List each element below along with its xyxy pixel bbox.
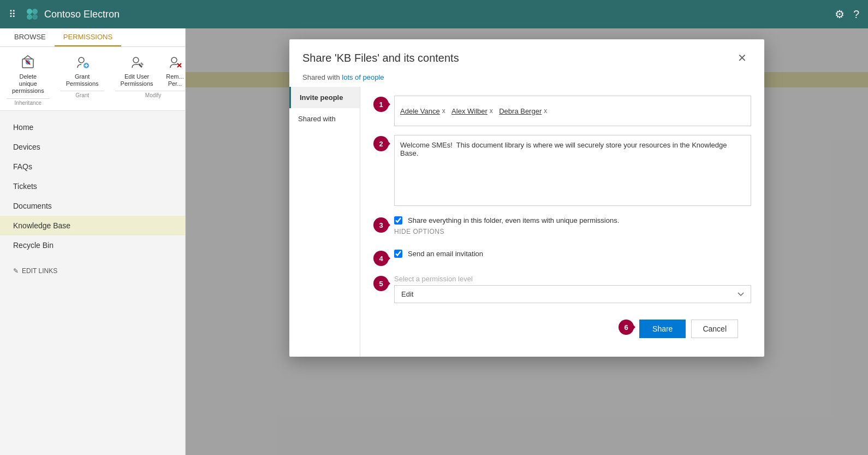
- person-tag-adele: Adele Vance x: [400, 107, 445, 115]
- edit-links[interactable]: ✎ EDIT LINKS: [0, 262, 185, 280]
- modal-sidebar-invite-people[interactable]: Invite people: [289, 87, 360, 108]
- separator-1: [448, 107, 449, 115]
- question-icon[interactable]: ?: [853, 8, 859, 21]
- svg-point-3: [32, 14, 38, 20]
- share-modal: Share 'KB Files' and its contents ✕ Shar…: [289, 39, 764, 357]
- top-bar-actions: ⚙ ?: [835, 8, 859, 21]
- sidebar-item-knowledge-base[interactable]: Knowledge Base: [0, 216, 185, 235]
- modal-header: Share 'KB Files' and its contents ✕: [289, 39, 764, 73]
- alex-wilber-remove[interactable]: x: [490, 107, 493, 115]
- adele-vance-name: Adele Vance: [400, 107, 440, 115]
- modal-title: Share 'KB Files' and its contents: [302, 52, 459, 64]
- tab-browse[interactable]: BROWSE: [5, 28, 55, 46]
- share-everything-row: Share everything in this folder, even it…: [394, 216, 751, 224]
- svg-point-7: [79, 57, 84, 63]
- top-bar: ⠿ Contoso Electron ⚙ ?: [0, 0, 868, 28]
- ribbon-group-grant: GrantPermissions Grant: [61, 51, 104, 98]
- sidebar-item-devices[interactable]: Devices: [0, 137, 185, 157]
- send-email-checkbox[interactable]: [394, 250, 402, 258]
- message-textarea[interactable]: [394, 135, 751, 206]
- app-logo: Contoso Electron: [25, 7, 120, 22]
- modal-subtitle: Shared with lots of people: [289, 73, 764, 87]
- remove-permissions-icon: [167, 54, 184, 71]
- gear-icon[interactable]: ⚙: [835, 8, 845, 21]
- modal-overlay: Share 'KB Files' and its contents ✕ Shar…: [186, 28, 868, 455]
- cancel-button[interactable]: Cancel: [691, 320, 738, 338]
- debra-berger-remove[interactable]: x: [544, 107, 547, 115]
- step3-bubble: 3: [373, 217, 389, 233]
- content-area: Share 'KB Files' and its contents ✕ Shar…: [186, 28, 868, 455]
- svg-point-1: [32, 9, 38, 14]
- grant-permissions-icon: [74, 54, 91, 71]
- ribbon-buttons: Delete uniquepermissions Inheritance: [0, 47, 185, 110]
- adele-vance-remove[interactable]: x: [442, 107, 445, 115]
- grant-group-label: Grant: [61, 91, 104, 98]
- step3-row: 3 Share everything in this folder, even …: [373, 216, 751, 241]
- delete-permissions-icon: [19, 54, 37, 71]
- step1-content: Adele Vance x Alex Wilber x: [394, 96, 751, 126]
- people-input[interactable]: Adele Vance x Alex Wilber x: [394, 96, 751, 126]
- lots-of-people-link[interactable]: lots of people: [342, 73, 384, 81]
- step6-bubble: 6: [619, 320, 634, 335]
- share-everything-label: Share everything in this folder, even it…: [408, 216, 619, 224]
- modal-sidebar: Invite people Shared with: [289, 87, 360, 357]
- svg-point-2: [27, 14, 32, 20]
- sidebar-item-recycle-bin[interactable]: Recycle Bin: [0, 235, 185, 255]
- remove-perms-label: Rem...Per...: [166, 73, 183, 87]
- modal-footer: 6 Share Cancel: [373, 312, 751, 346]
- app-grid-icon[interactable]: ⠿: [9, 8, 16, 20]
- delete-unique-permissions-button[interactable]: Delete uniquepermissions: [7, 51, 50, 97]
- sidebar-item-tickets[interactable]: Tickets: [0, 176, 185, 196]
- inheritance-group-label: Inheritance: [7, 98, 50, 106]
- app-name: Contoso Electron: [44, 9, 120, 20]
- step2-bubble: 2: [373, 136, 389, 151]
- person-tag-alex: Alex Wilber x: [451, 107, 493, 115]
- permission-label: Select a permission level: [394, 275, 751, 283]
- grant-permissions-label: GrantPermissions: [66, 73, 99, 87]
- debra-berger-name: Debra Berger: [499, 107, 542, 115]
- grant-permissions-button[interactable]: GrantPermissions: [61, 51, 104, 90]
- ribbon-tabs: BROWSE PERMISSIONS: [0, 28, 185, 47]
- step2-row: 2: [373, 135, 751, 208]
- edit-user-label: Edit UserPermissions: [121, 73, 153, 87]
- delete-unique-label: Delete uniquepermissions: [12, 73, 44, 95]
- main-layout: BROWSE PERMISSIONS: [0, 28, 868, 455]
- step5-content: Select a permission level Edit View Full…: [394, 275, 751, 303]
- sidebar-item-home[interactable]: Home: [0, 117, 185, 137]
- modal-main: 1 Adele Vance x Alex Wilber: [360, 87, 764, 357]
- alex-wilber-name: Alex Wilber: [451, 107, 487, 115]
- share-button[interactable]: Share: [639, 320, 686, 338]
- modify-group-label: Modify: [115, 91, 192, 98]
- step1-row: 1 Adele Vance x Alex Wilber: [373, 96, 751, 126]
- edit-links-label: EDIT LINKS: [22, 267, 57, 275]
- ribbon-group-inheritance: Delete uniquepermissions Inheritance: [7, 51, 50, 106]
- shared-with-prefix: Shared with: [302, 73, 342, 81]
- pencil-icon: ✎: [13, 267, 19, 275]
- ribbon-group-modify: Edit UserPermissions: [115, 51, 192, 98]
- share-everything-checkbox[interactable]: [394, 216, 402, 224]
- step4-row: 4 Send an email invitation: [373, 250, 751, 266]
- permission-select[interactable]: Edit View Full Control: [394, 285, 751, 303]
- ribbon: BROWSE PERMISSIONS: [0, 28, 185, 111]
- step1-bubble: 1: [373, 97, 389, 112]
- modal-sidebar-shared-with[interactable]: Shared with: [289, 108, 360, 129]
- edit-user-icon: [128, 54, 146, 71]
- edit-user-permissions-button[interactable]: Edit UserPermissions: [115, 51, 159, 90]
- tab-permissions[interactable]: PERMISSIONS: [55, 28, 121, 46]
- svg-point-0: [27, 9, 32, 14]
- sidebar: BROWSE PERMISSIONS: [0, 28, 186, 455]
- sidebar-item-faqs[interactable]: FAQs: [0, 157, 185, 176]
- send-email-label: Send an email invitation: [408, 250, 483, 258]
- sidebar-item-documents[interactable]: Documents: [0, 196, 185, 216]
- person-tag-debra: Debra Berger x: [499, 107, 547, 115]
- step3-content: Share everything in this folder, even it…: [394, 216, 751, 241]
- separator-2: [495, 107, 497, 115]
- modal-body: Invite people Shared with 1 Adele Vance: [289, 87, 764, 357]
- hide-options-link[interactable]: HIDE OPTIONS: [394, 228, 751, 235]
- step5-row: 5 Select a permission level Edit View Fu…: [373, 275, 751, 303]
- modal-close-button[interactable]: ✕: [733, 49, 751, 67]
- step5-bubble: 5: [373, 276, 389, 291]
- svg-point-11: [133, 57, 139, 63]
- step4-bubble: 4: [373, 251, 389, 266]
- step4-content: Send an email invitation: [394, 250, 751, 261]
